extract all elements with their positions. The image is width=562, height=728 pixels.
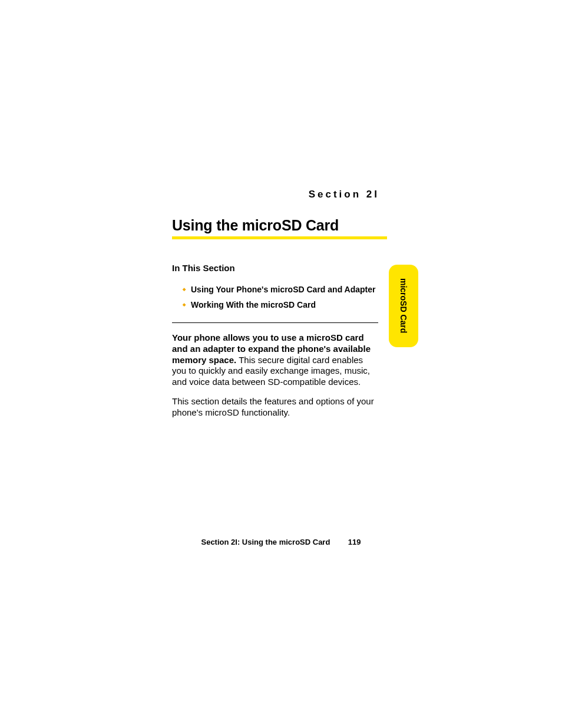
content-column: In This Section Using Your Phone's micro…	[172, 263, 378, 426]
side-tab: microSD Card	[389, 265, 418, 347]
side-tab-label: microSD Card	[399, 278, 408, 333]
body-paragraph: This section details the features and op…	[172, 396, 378, 419]
title-underline	[172, 236, 387, 239]
toc-list: Using Your Phone's microSD Card and Adap…	[183, 285, 378, 309]
divider	[172, 322, 378, 323]
toc-item: Working With the microSD Card	[183, 300, 378, 309]
section-label: Section 2I	[309, 189, 379, 200]
title-block: Using the microSD Card	[172, 217, 387, 239]
page-title: Using the microSD Card	[172, 217, 387, 234]
body-paragraph: Your phone allows you to use a microSD c…	[172, 332, 378, 388]
toc-item: Using Your Phone's microSD Card and Adap…	[183, 285, 378, 294]
footer-label: Section 2I: Using the microSD Card	[201, 538, 330, 546]
page-footer: Section 2I: Using the microSD Card 119	[0, 536, 562, 547]
in-this-section-heading: In This Section	[172, 263, 378, 273]
page-number: 119	[348, 538, 361, 546]
document-page: Section 2I Using the microSD Card In Thi…	[0, 0, 562, 728]
